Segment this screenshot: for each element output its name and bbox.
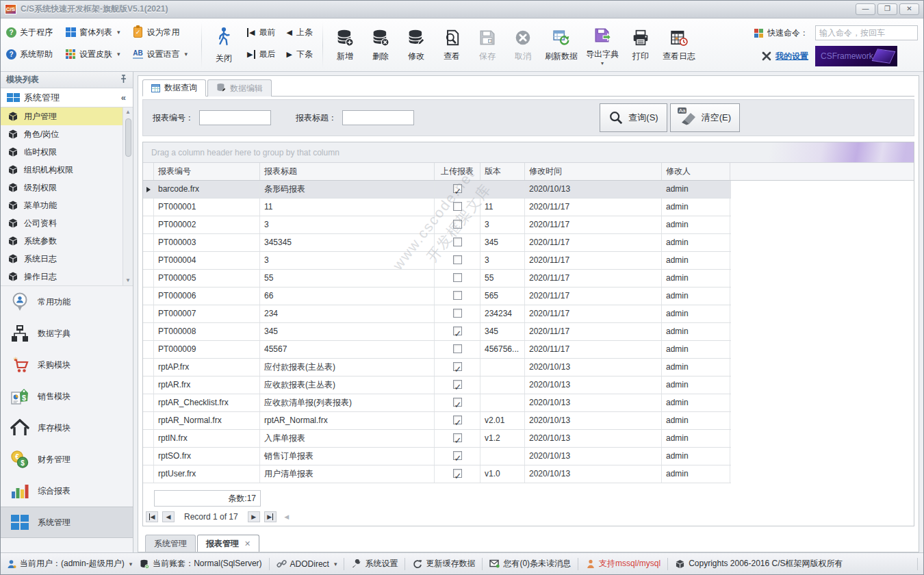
module-common[interactable]: 常用功能 (1, 286, 133, 318)
set-favorite-button[interactable]: ✓ 设为常用 (133, 27, 188, 38)
upload-checkbox[interactable] (453, 469, 462, 478)
table-row[interactable]: rptAR_Checklist.frx 应收款清单报(列表报表) 2020/10… (143, 394, 731, 412)
sidebar-item[interactable]: 公司资料 (1, 214, 123, 232)
column-header-editor[interactable]: 修改人 (662, 163, 730, 180)
tab-data-edit[interactable]: 数据编辑 (207, 79, 272, 97)
upload-checkbox[interactable] (453, 184, 462, 193)
module-reports[interactable]: 综合报表 (1, 475, 133, 507)
quick-command-input[interactable] (815, 25, 918, 40)
maximize-button[interactable]: ❐ (877, 3, 897, 15)
table-row[interactable]: barcode.frx 条形码报表 2020/10/13 admin (143, 181, 731, 199)
scroll-down-icon[interactable]: ▼ (125, 276, 131, 285)
doc-tab-system[interactable]: 系统管理 (145, 535, 196, 552)
my-settings-link[interactable]: 我的设置 (753, 51, 808, 62)
add-button[interactable]: 新增 (327, 21, 363, 70)
upload-checkbox[interactable] (453, 327, 462, 335)
upload-checkbox[interactable] (453, 380, 462, 389)
view-log-button[interactable]: 查看日志 (658, 21, 700, 70)
set-skin-button[interactable]: 设置皮肤 (65, 49, 120, 60)
delete-button[interactable]: 删除 (363, 21, 398, 70)
table-row[interactable]: rptAR_Normal.frx rptAR_Normal.frx v2.01 … (143, 412, 731, 430)
table-row[interactable]: rptAP.frx 应付款报表(主丛表) 2020/10/13 admin (143, 359, 731, 376)
module-sales[interactable]: $ 销售模块 (1, 381, 133, 412)
record-prev-button[interactable]: ◀ (162, 511, 175, 522)
upload-checkbox[interactable] (453, 344, 462, 353)
table-row[interactable]: PT000008 345 345 2020/11/17 admin (143, 323, 731, 341)
nav-first-button[interactable]: ◀ 最前 (247, 27, 275, 38)
report-no-input[interactable] (199, 110, 271, 125)
module-inventory[interactable]: 库存模块 (1, 412, 133, 444)
sidebar-item[interactable]: 操作日志 (1, 268, 123, 285)
sidebar-item[interactable]: 级别权限 (1, 179, 123, 196)
print-button[interactable]: 打印 (623, 21, 658, 70)
hscroll-left-icon[interactable]: ◀ (281, 511, 293, 522)
table-row[interactable]: PT000001 11 11 2020/11/17 admin (143, 199, 731, 216)
upload-checkbox[interactable] (453, 238, 462, 246)
record-next-button[interactable]: ▶ (248, 511, 260, 522)
upload-checkbox[interactable] (453, 220, 462, 229)
table-row[interactable]: rptIN.frx 入库单报表 v1.2 2020/10/13 admin (143, 430, 731, 448)
table-row[interactable]: PT000003 345345 345 2020/11/17 admin (143, 234, 731, 252)
refresh-cache-button[interactable]: 更新缓存数据 (412, 558, 475, 570)
current-user-menu[interactable]: 当前用户：(admin-超级用户) (6, 558, 132, 570)
minimize-button[interactable]: — (856, 3, 875, 15)
sidebar-item[interactable]: 用户管理 (1, 107, 123, 125)
table-row[interactable]: PT000009 45567 456756... 2020/11/17 admi… (143, 341, 731, 359)
upload-checkbox[interactable] (453, 202, 462, 211)
export-dict-button[interactable]: 导出字典 ▾ (582, 21, 623, 70)
record-last-button[interactable]: ▶ (264, 511, 277, 522)
doc-tab-close-icon[interactable]: ✕ (244, 539, 251, 548)
module-purchase[interactable]: ✳ 采购模块 (1, 349, 133, 381)
table-row[interactable]: PT000005 55 55 2020/11/17 admin (143, 270, 731, 288)
upload-checkbox[interactable] (453, 398, 462, 407)
sidebar-item[interactable]: 菜单功能 (1, 196, 123, 214)
table-row[interactable]: PT000004 3 3 2020/11/17 admin (143, 252, 731, 270)
system-settings-button[interactable]: 系统设置 (351, 558, 398, 570)
table-row[interactable]: rptAR.frx 应收款报表(主丛表) 2020/10/13 admin (143, 376, 731, 394)
column-header-modified[interactable]: 修改时间 (525, 163, 662, 180)
record-first-button[interactable]: ◀ (146, 511, 158, 522)
tab-data-query[interactable]: 数据查询 (142, 79, 206, 97)
scroll-up-icon[interactable]: ▲ (125, 107, 131, 117)
scroll-thumb[interactable] (125, 118, 131, 157)
collapse-icon[interactable]: « (121, 92, 126, 103)
doc-tab-report[interactable]: 报表管理 ✕ (197, 535, 259, 552)
system-help-button[interactable]: ? 系统帮助 (6, 49, 53, 60)
column-header-upload[interactable]: 上传报表 (435, 163, 480, 180)
form-list-button[interactable]: 窗体列表 (65, 27, 120, 38)
nav-next-button[interactable]: ▶ 下条 (287, 49, 313, 60)
close-form-button[interactable]: 关闭 (206, 21, 242, 70)
cancel-button[interactable]: 取消 (505, 21, 541, 70)
module-dictionary[interactable]: 数据字典 (1, 318, 133, 349)
table-row[interactable]: rptUser.frx 用户清单报表 v1.0 2020/10/13 admin (143, 465, 731, 483)
upload-checkbox[interactable] (453, 309, 462, 318)
clear-button[interactable]: Aa 清空(E) (670, 103, 740, 132)
upload-checkbox[interactable] (453, 291, 462, 300)
module-system[interactable]: 系统管理 (1, 507, 133, 538)
sidebar-item[interactable]: 系统日志 (1, 250, 123, 268)
refresh-data-button[interactable]: 刷新数据 (541, 21, 582, 70)
sidebar-item[interactable]: 角色/岗位 (1, 125, 123, 143)
sidebar-item[interactable]: 系统参数 (1, 232, 123, 250)
column-header-title[interactable]: 报表标题 (260, 163, 435, 180)
report-title-input[interactable] (342, 110, 414, 125)
upload-checkbox[interactable] (453, 255, 462, 264)
table-row[interactable]: PT000007 234 234234 2020/11/17 admin (143, 305, 731, 323)
sidebar-group-system[interactable]: 系统管理 « (1, 88, 133, 107)
column-header-version[interactable]: 版本 (480, 163, 525, 180)
sidebar-scrollbar[interactable]: ▲ ▼ (123, 107, 133, 285)
column-header-report-no[interactable]: 报表编号 (154, 163, 260, 180)
close-button[interactable]: ✕ (899, 3, 919, 15)
edit-button[interactable]: 修改 (398, 21, 434, 70)
support-link[interactable]: 支持mssql/mysql (585, 558, 660, 570)
current-account[interactable]: 当前账套：Normal(SqlServer) (139, 558, 261, 570)
messages-button[interactable]: 您有(0)条未读消息 (489, 558, 571, 570)
query-button[interactable]: 查询(S) (600, 103, 667, 132)
table-row[interactable]: PT000002 3 3 2020/11/17 admin (143, 216, 731, 234)
table-row[interactable]: PT000006 66 565 2020/11/17 admin (143, 288, 731, 305)
csframework-logo[interactable]: CSFramework (815, 46, 897, 66)
group-by-bar[interactable]: Drag a column header here to group by th… (143, 142, 914, 163)
upload-checkbox[interactable] (453, 416, 462, 424)
ado-direct-menu[interactable]: ADODirect (277, 559, 337, 569)
upload-checkbox[interactable] (453, 362, 462, 371)
